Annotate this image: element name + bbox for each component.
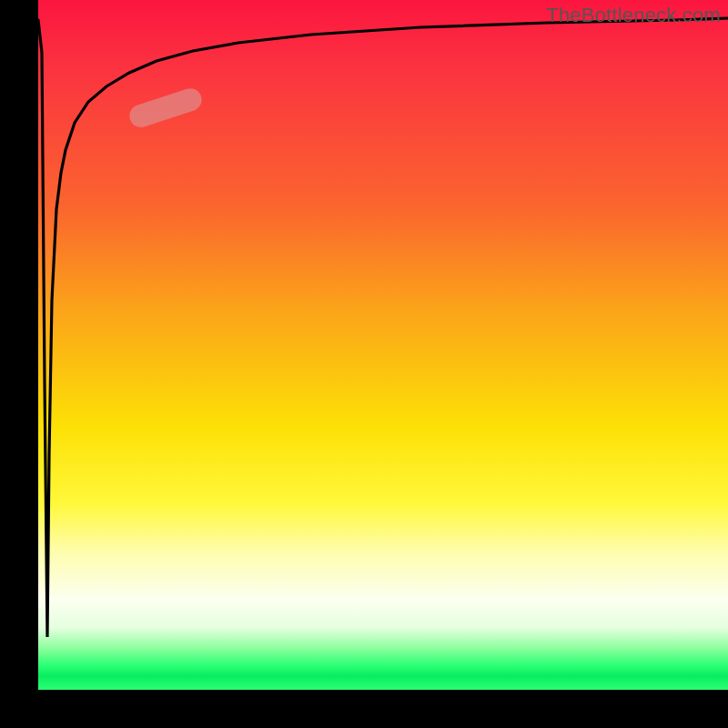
x-axis-bar <box>0 690 728 728</box>
y-axis-bar <box>0 0 38 728</box>
chart-wrapper: TheBottleneck.com <box>0 0 728 728</box>
watermark-text: TheBottleneck.com <box>546 4 721 27</box>
